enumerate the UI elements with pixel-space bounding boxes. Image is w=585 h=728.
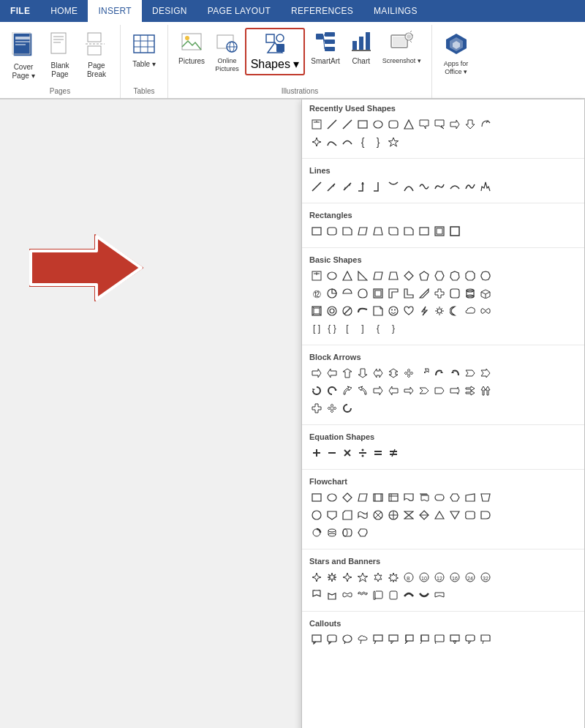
basic-right-brace[interactable]: } xyxy=(386,321,401,336)
block-quad-arrow[interactable] xyxy=(401,366,416,380)
shape-arrow-right[interactable] xyxy=(448,117,462,132)
shape-left-brace[interactable]: { xyxy=(355,135,370,149)
screenshot-button[interactable]: Screenshot ▾ xyxy=(378,28,426,68)
banner-curved-up[interactable] xyxy=(401,588,416,602)
callout-down[interactable] xyxy=(448,632,462,647)
tab-page-layout[interactable]: PAGE LAYOUT xyxy=(197,0,281,22)
flow-manual-operation[interactable] xyxy=(478,490,493,505)
flow-document[interactable] xyxy=(401,490,416,505)
shapes-button[interactable]: Shapes ▾ xyxy=(245,28,306,75)
basic-bevel[interactable] xyxy=(309,304,324,318)
line-straight[interactable] xyxy=(309,179,324,194)
block-curved-left[interactable] xyxy=(448,366,462,380)
eq-minus[interactable] xyxy=(325,446,339,460)
banner-horizontal-scroll[interactable] xyxy=(371,588,385,602)
banner-curved-down[interactable] xyxy=(417,588,431,602)
block-left-arrow[interactable] xyxy=(325,366,339,380)
block-circular-arrow[interactable] xyxy=(309,383,324,398)
callout-rounded2[interactable] xyxy=(463,632,478,647)
tab-design[interactable]: DESIGN xyxy=(142,0,197,22)
flow-parallelogram[interactable] xyxy=(355,490,370,505)
basic-heptagon[interactable] xyxy=(448,269,462,283)
callout-border[interactable] xyxy=(432,632,447,647)
block-notched-right2[interactable] xyxy=(478,366,493,380)
flow-display[interactable] xyxy=(355,525,370,540)
basic-half-frame[interactable] xyxy=(386,286,401,301)
block-right2[interactable] xyxy=(371,383,385,398)
shape-oval[interactable] xyxy=(371,117,385,132)
rect-frame[interactable] xyxy=(432,224,447,239)
block-right-arrow4[interactable] xyxy=(448,383,462,398)
smartart-button[interactable]: SmartArt xyxy=(306,28,344,69)
banner-double-wave[interactable] xyxy=(355,588,370,602)
block-curved-right[interactable] xyxy=(432,366,447,380)
block-swoosh2[interactable] xyxy=(355,383,370,398)
shape-callout-line1[interactable] xyxy=(417,117,431,132)
callout-line1[interactable] xyxy=(371,632,385,647)
flow-decisiondiamond[interactable] xyxy=(340,490,355,505)
star-badge12[interactable]: 12 xyxy=(432,570,447,585)
basic-wave[interactable] xyxy=(478,304,493,318)
flow-delay[interactable] xyxy=(478,508,493,522)
block-stacked-right[interactable] xyxy=(463,383,478,398)
block-pentagon[interactable] xyxy=(432,383,447,398)
callout-snip[interactable] xyxy=(478,632,493,647)
line-double-arrow[interactable] xyxy=(340,179,355,194)
basic-12-star[interactable]: ⑫ xyxy=(309,286,324,301)
shape-line2[interactable] xyxy=(340,117,355,132)
eq-divide[interactable] xyxy=(355,446,370,460)
line-scribble[interactable] xyxy=(432,179,447,194)
star-5point[interactable] xyxy=(355,570,370,585)
basic-moon[interactable] xyxy=(448,304,462,318)
shape-curved-arrow[interactable] xyxy=(478,117,493,132)
basic-cube[interactable] xyxy=(478,286,493,301)
flow-sort[interactable] xyxy=(417,508,431,522)
basic-donut[interactable] xyxy=(325,304,339,318)
basic-decagon[interactable] xyxy=(478,269,493,283)
star-4point[interactable] xyxy=(309,570,324,585)
rect-parallelogram[interactable] xyxy=(355,224,370,239)
basic-bracket-pair[interactable]: [ ] xyxy=(309,321,324,336)
tab-insert[interactable]: INSERT xyxy=(88,0,142,22)
star-badge10[interactable]: 10 xyxy=(417,570,431,585)
banner-ribbon[interactable] xyxy=(432,588,447,602)
flow-offpage-connector[interactable] xyxy=(325,508,339,522)
page-break-button[interactable]: PageBreak xyxy=(79,28,114,83)
flow-merge[interactable] xyxy=(448,508,462,522)
shape-triangle[interactable] xyxy=(401,117,416,132)
shape-right-brace[interactable]: } xyxy=(371,135,385,149)
online-pictures-button[interactable]: OnlinePictures xyxy=(211,28,244,76)
eq-not-equals[interactable] xyxy=(386,446,401,460)
basic-smiley[interactable] xyxy=(386,304,401,318)
blank-page-button[interactable]: BlankPage xyxy=(42,28,78,83)
basic-pie[interactable] xyxy=(325,286,339,301)
flow-collate[interactable] xyxy=(401,508,416,522)
eq-plus[interactable] xyxy=(309,446,324,460)
block-up-down-arrow[interactable] xyxy=(386,366,401,380)
chart-button[interactable]: Chart xyxy=(346,28,377,69)
line-arc2[interactable] xyxy=(463,179,478,194)
eq-multiply[interactable] xyxy=(340,446,355,460)
basic-parallelogram[interactable] xyxy=(371,269,385,283)
basic-cross[interactable] xyxy=(432,286,447,301)
basic-sun[interactable] xyxy=(432,304,447,318)
basic-block-arc[interactable] xyxy=(355,304,370,318)
shape-arc[interactable] xyxy=(340,135,355,149)
star-7point[interactable] xyxy=(386,570,401,585)
shape-arrow-down[interactable] xyxy=(463,117,478,132)
shape-text-box[interactable] xyxy=(309,117,324,132)
rect-basic[interactable] xyxy=(309,224,324,239)
tab-mailings[interactable]: MAILINGS xyxy=(363,0,428,22)
star-badge32[interactable]: 32 xyxy=(478,570,493,585)
tab-home[interactable]: HOME xyxy=(40,0,88,22)
basic-iso-triangle[interactable] xyxy=(340,269,355,283)
rect-snipped[interactable] xyxy=(340,224,355,239)
callout-oval[interactable] xyxy=(340,632,355,647)
banner-wavy[interactable] xyxy=(340,588,355,602)
basic-teardrop[interactable] xyxy=(355,286,370,301)
basic-folded-corner[interactable] xyxy=(371,304,385,318)
line-freeform[interactable] xyxy=(417,179,431,194)
callout-rect[interactable] xyxy=(309,632,324,647)
flow-connector[interactable] xyxy=(309,508,324,522)
rect-basic2[interactable] xyxy=(417,224,431,239)
